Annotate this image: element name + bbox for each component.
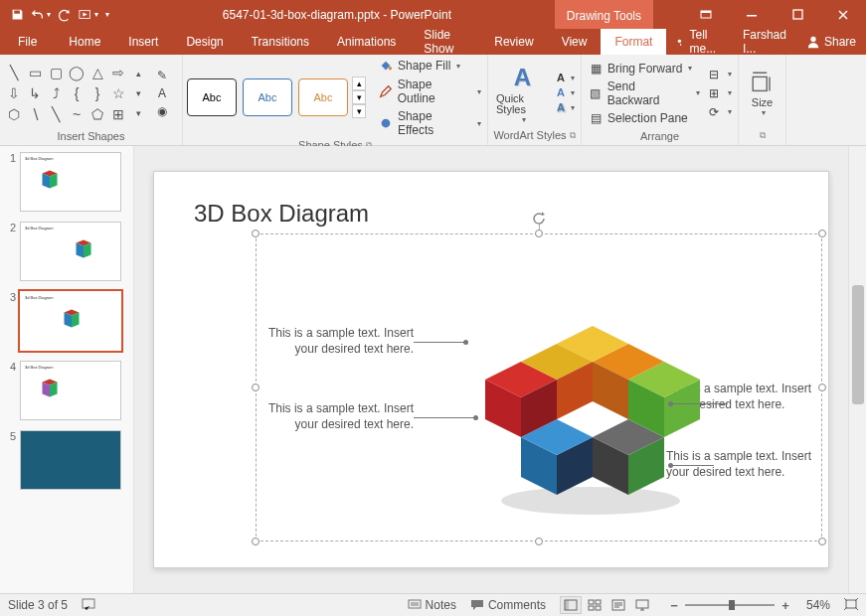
notes-button[interactable]: Notes <box>408 598 456 612</box>
resize-handle-mr[interactable] <box>818 384 826 391</box>
shape-arrow-down-icon[interactable]: ⇩ <box>4 83 24 103</box>
shape-rectangle-icon[interactable]: ▭ <box>25 63 45 82</box>
shape-star-icon[interactable]: ☆ <box>108 83 128 103</box>
quick-styles-button[interactable]: A Quick Styles ▾ <box>492 60 553 126</box>
group-selection[interactable]: This is a sample text. Insert your desir… <box>256 233 822 541</box>
3d-box-diagram-graphic[interactable] <box>469 308 708 521</box>
gallery-up-icon[interactable]: ▴ <box>130 64 146 83</box>
reading-view-button[interactable] <box>607 596 629 614</box>
styles-more-icon[interactable]: ▾ <box>352 104 366 118</box>
text-effects-button[interactable]: A▾ <box>555 100 577 114</box>
user-account[interactable]: Farshad I... <box>733 29 796 55</box>
shape-triangle-icon[interactable]: △ <box>87 63 107 82</box>
minimize-button[interactable] <box>729 0 775 29</box>
style-swatch-1[interactable]: Abc <box>187 78 237 116</box>
zoom-percent-text[interactable]: 54% <box>806 598 830 612</box>
selection-pane-button[interactable]: ▤Selection Pane <box>586 109 702 127</box>
qat-customize-button[interactable]: ▾ <box>101 4 113 26</box>
close-button[interactable] <box>820 0 866 29</box>
shape-rounded-rect-icon[interactable]: ▢ <box>46 63 66 82</box>
fit-to-window-button[interactable] <box>844 598 858 613</box>
gallery-down-icon[interactable]: ▾ <box>130 83 146 103</box>
shapes-gallery[interactable]: ╲ ▭ ▢ ◯ △ ⇨ ⇩ ↳ ⤴ { } ☆ ⬡ ∖ ╲ ~ ⬠ ⊞ <box>4 63 128 124</box>
tab-file[interactable]: File <box>0 29 55 55</box>
shape-freeform-icon[interactable]: ╲ <box>46 104 66 124</box>
text-outline-button[interactable]: A▾ <box>555 85 577 99</box>
start-from-beginning-button[interactable]: ▾ <box>78 4 99 26</box>
wordart-dialog-launcher[interactable]: ⧉ <box>570 130 576 140</box>
align-button[interactable]: ⊟▾ <box>704 66 734 83</box>
resize-handle-tl[interactable] <box>252 230 260 237</box>
shape-effects-button[interactable]: Shape Effects ▾ <box>376 108 483 138</box>
resize-handle-br[interactable] <box>818 538 826 545</box>
zoom-in-button[interactable]: + <box>779 598 792 612</box>
shape-brace2-icon[interactable]: } <box>87 83 107 103</box>
tab-review[interactable]: Review <box>480 29 547 55</box>
tab-slideshow[interactable]: Slide Show <box>410 29 480 55</box>
gallery-more-icon[interactable]: ▾ <box>130 103 146 123</box>
shape-line-icon[interactable]: ╲ <box>4 63 24 82</box>
rotate-button[interactable]: ⟳▾ <box>704 103 734 121</box>
shape-hexagon-icon[interactable]: ⬠ <box>87 104 107 124</box>
slide-sorter-button[interactable] <box>584 596 606 614</box>
styles-down-icon[interactable]: ▾ <box>352 90 366 104</box>
tab-animations[interactable]: Animations <box>323 29 410 55</box>
comments-button[interactable]: Comments <box>470 598 546 612</box>
tab-transitions[interactable]: Transitions <box>238 29 323 55</box>
text-fill-button[interactable]: A▾ <box>555 71 577 84</box>
bring-forward-button[interactable]: ▦Bring Forward▾ <box>586 60 702 77</box>
redo-button[interactable] <box>54 4 76 26</box>
thumbnail-slide-2[interactable]: 3d Box Diagram <box>20 222 121 281</box>
size-dialog-launcher[interactable]: ⧉ <box>760 130 766 140</box>
merge-shapes-button[interactable]: ◉ <box>152 102 172 120</box>
edit-shape-button[interactable]: ✎ <box>152 67 172 84</box>
spellcheck-icon[interactable] <box>82 597 97 614</box>
shape-fill-button[interactable]: Shape Fill ▾ <box>376 57 483 75</box>
caption-2[interactable]: This is a sample text. Insert your desir… <box>264 401 414 432</box>
scrollbar-thumb[interactable] <box>852 285 864 404</box>
shape-more-icon[interactable]: ⊞ <box>108 104 128 124</box>
shape-oval-icon[interactable]: ◯ <box>67 63 87 82</box>
style-swatch-3[interactable]: Abc <box>298 78 348 116</box>
shape-scribble-icon[interactable]: ~ <box>67 104 87 124</box>
thumbnail-slide-4[interactable]: 3d Box Diagram <box>20 361 121 420</box>
shape-outline-button[interactable]: Shape Outline ▾ <box>376 77 483 106</box>
tab-insert[interactable]: Insert <box>114 29 172 55</box>
resize-handle-bl[interactable] <box>252 538 260 545</box>
resize-handle-tm[interactable] <box>535 230 543 237</box>
ribbon-options-button[interactable] <box>683 0 729 29</box>
shape-line2-icon[interactable]: ∖ <box>25 104 45 124</box>
zoom-thumb[interactable] <box>729 600 735 610</box>
vertical-scrollbar[interactable] <box>848 146 866 593</box>
resize-handle-tr[interactable] <box>818 230 826 237</box>
shape-styles-gallery[interactable]: Abc Abc Abc <box>187 78 348 116</box>
shape-arrow-icon[interactable]: ⇨ <box>108 63 128 82</box>
shape-brace-icon[interactable]: { <box>67 83 87 103</box>
save-button[interactable] <box>6 4 28 26</box>
resize-handle-bm[interactable] <box>535 538 543 545</box>
tell-me-search[interactable]: Tell me... <box>666 29 732 55</box>
normal-view-button[interactable] <box>560 596 582 614</box>
zoom-out-button[interactable]: − <box>667 598 681 612</box>
size-button[interactable]: Size ▾ <box>743 67 782 119</box>
thumbnail-slide-1[interactable]: 3d Box Diagram <box>20 152 121 212</box>
resize-handle-ml[interactable] <box>252 384 260 391</box>
shape-elbow-icon[interactable]: ⤴ <box>46 83 66 103</box>
share-button[interactable]: Share <box>796 29 866 55</box>
undo-button[interactable]: ▾ <box>30 4 52 26</box>
zoom-track[interactable] <box>685 604 775 606</box>
text-box-button[interactable]: A <box>152 84 172 102</box>
slide-title[interactable]: 3D Box Diagram <box>194 200 369 228</box>
send-backward-button[interactable]: ▧Send Backward▾ <box>586 78 702 108</box>
maximize-button[interactable] <box>775 0 820 29</box>
tab-design[interactable]: Design <box>172 29 237 55</box>
tab-format[interactable]: Format <box>601 29 666 55</box>
thumbnail-slide-5[interactable] <box>20 430 121 490</box>
slide-thumbnails-pane[interactable]: 13d Box Diagram 23d Box Diagram 33d Box … <box>0 146 134 593</box>
slideshow-view-button[interactable] <box>631 596 653 614</box>
tab-home[interactable]: Home <box>55 29 114 55</box>
shape-connector-icon[interactable]: ↳ <box>25 83 45 103</box>
slide[interactable]: 3D Box Diagram This is a sample text. In… <box>153 171 829 568</box>
thumbnail-slide-3[interactable]: 3d Box Diagram <box>20 291 121 351</box>
tab-view[interactable]: View <box>548 29 602 55</box>
